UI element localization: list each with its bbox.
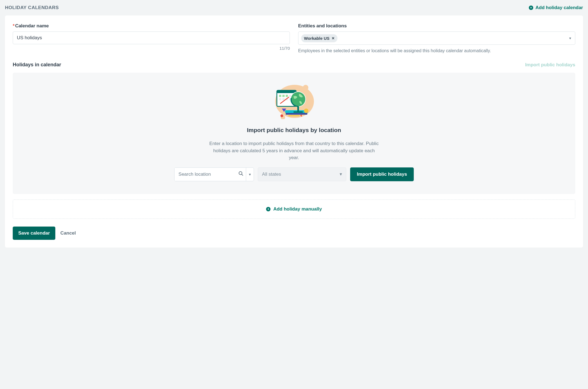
state-select-label: All states	[262, 172, 281, 177]
empty-state-title: Import public holidays by location	[24, 127, 564, 133]
entities-label: Entities and locations	[298, 23, 575, 29]
calendar-globe-illustration	[272, 83, 316, 119]
location-dropdown-toggle[interactable]: ▾	[246, 168, 254, 181]
search-icon	[238, 171, 246, 178]
import-public-holidays-button[interactable]: Import public holidays	[350, 167, 413, 181]
add-holiday-manually-button[interactable]: + Add holiday manually	[13, 199, 575, 219]
location-search-combobox[interactable]: ▾	[174, 167, 254, 181]
entities-helper-text: Employees in the selected entities or lo…	[298, 48, 575, 54]
svg-point-18	[280, 114, 283, 117]
entity-tag-label: Workable US	[304, 36, 329, 41]
import-public-holidays-link: Import public holidays	[525, 62, 575, 68]
svg-rect-6	[282, 95, 285, 97]
svg-point-17	[304, 109, 308, 113]
plus-circle-icon: +	[266, 207, 270, 211]
entity-tag-remove-icon[interactable]: ✕	[332, 36, 335, 40]
empty-state-description: Enter a location to import public holida…	[208, 140, 380, 161]
add-manual-label: Add holiday manually	[273, 206, 322, 212]
svg-rect-24	[293, 111, 303, 113]
svg-rect-15	[286, 113, 307, 115]
cancel-button[interactable]: Cancel	[60, 230, 76, 236]
empty-state-panel: Import public holidays by location Enter…	[13, 73, 575, 194]
svg-rect-4	[277, 90, 296, 93]
calendar-form-card: *Calendar name 11/70 Entities and locati…	[5, 15, 583, 248]
entities-select[interactable]: Workable US ✕ ▾	[298, 31, 575, 45]
holidays-section-title: Holidays in calendar	[13, 62, 61, 68]
save-calendar-button[interactable]: Save calendar	[13, 227, 55, 240]
page-title: HOLIDAY CALENDARS	[5, 5, 59, 10]
svg-point-1	[303, 85, 308, 90]
entity-tag: Workable US ✕	[301, 34, 337, 42]
add-holiday-calendar-link[interactable]: + Add holiday calendar	[529, 5, 583, 10]
svg-rect-9	[279, 98, 281, 100]
chevron-down-icon: ▾	[340, 171, 342, 177]
svg-line-26	[242, 174, 243, 175]
required-asterisk: *	[13, 23, 15, 28]
state-select: All states ▾	[258, 167, 346, 181]
location-search-input[interactable]	[175, 168, 238, 181]
calendar-name-char-counter: 11/70	[13, 46, 290, 51]
svg-rect-7	[286, 95, 288, 97]
svg-rect-23	[297, 106, 299, 112]
add-calendar-label: Add holiday calendar	[535, 5, 583, 10]
chevron-down-icon: ▾	[569, 36, 571, 40]
svg-rect-19	[288, 115, 300, 116]
calendar-name-input[interactable]	[13, 31, 290, 44]
plus-circle-icon: +	[529, 6, 533, 10]
svg-rect-5	[279, 95, 281, 97]
svg-rect-10	[282, 98, 285, 100]
calendar-name-label: *Calendar name	[13, 23, 290, 29]
